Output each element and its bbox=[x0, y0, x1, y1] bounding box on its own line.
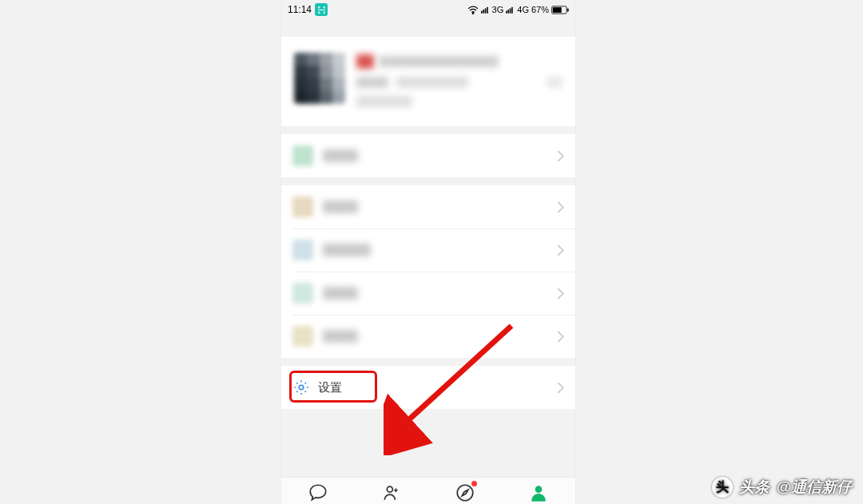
svg-point-13 bbox=[387, 486, 392, 492]
svg-rect-6 bbox=[508, 10, 510, 14]
svg-rect-1 bbox=[481, 11, 483, 14]
signal-4g-icon bbox=[506, 6, 515, 14]
status-bar: 11:14 3G 4G 67% bbox=[281, 0, 575, 19]
menu-group-1 bbox=[281, 134, 575, 177]
settings-row[interactable]: 设置 bbox=[281, 366, 575, 409]
profile-info bbox=[356, 53, 563, 107]
svg-rect-8 bbox=[511, 7, 513, 14]
svg-rect-2 bbox=[483, 10, 484, 14]
list-item[interactable] bbox=[281, 228, 575, 272]
list-item[interactable] bbox=[281, 185, 575, 228]
tab-chat[interactable] bbox=[307, 482, 329, 504]
tab-me[interactable] bbox=[527, 482, 550, 504]
wifi-icon bbox=[467, 6, 479, 14]
watermark-handle: @通信新仔 bbox=[776, 477, 852, 498]
svg-rect-11 bbox=[567, 8, 569, 11]
profile-card[interactable] bbox=[281, 37, 575, 126]
chevron-right-icon bbox=[557, 244, 564, 256]
battery-icon bbox=[551, 6, 569, 14]
list-item-label bbox=[323, 244, 371, 256]
svg-rect-4 bbox=[487, 7, 488, 14]
status-time: 11:14 bbox=[288, 4, 312, 15]
svg-rect-3 bbox=[484, 8, 486, 13]
gear-icon bbox=[292, 379, 310, 396]
menu-group-2 bbox=[281, 185, 575, 358]
settings-label: 设置 bbox=[318, 380, 342, 395]
phone-frame: 11:14 3G 4G 67% bbox=[281, 0, 575, 504]
bottom-tabbar bbox=[281, 477, 575, 504]
svg-rect-5 bbox=[506, 11, 507, 14]
avatar bbox=[294, 53, 345, 104]
watermark: 头 头条 @通信新仔 bbox=[712, 477, 852, 498]
list-item-label bbox=[323, 287, 358, 300]
chevron-right-icon bbox=[557, 150, 564, 162]
tab-discover[interactable] bbox=[454, 482, 476, 504]
notification-dot bbox=[471, 481, 477, 486]
list-item[interactable] bbox=[281, 315, 575, 358]
scan-icon bbox=[315, 3, 328, 16]
list-item-label bbox=[323, 149, 358, 162]
watermark-prefix: 头条 bbox=[739, 477, 770, 498]
watermark-logo: 头 bbox=[712, 477, 733, 498]
status-battery-pct: 67% bbox=[531, 5, 549, 14]
svg-rect-10 bbox=[553, 7, 562, 13]
chevron-right-icon bbox=[557, 288, 564, 300]
svg-point-12 bbox=[299, 385, 304, 390]
list-item-label bbox=[323, 330, 358, 343]
signal-3g-icon bbox=[481, 6, 490, 14]
menu-group-settings: 设置 bbox=[281, 366, 575, 409]
chevron-right-icon bbox=[557, 331, 564, 343]
list-item-label bbox=[323, 200, 358, 213]
list-item[interactable] bbox=[281, 272, 575, 315]
list-item[interactable] bbox=[281, 134, 575, 177]
tab-contacts[interactable] bbox=[380, 482, 403, 504]
status-net2: 4G bbox=[517, 5, 529, 14]
svg-point-14 bbox=[457, 485, 473, 501]
svg-rect-7 bbox=[510, 8, 511, 13]
chevron-right-icon bbox=[557, 201, 564, 213]
svg-point-15 bbox=[535, 486, 543, 493]
status-net1: 3G bbox=[492, 5, 504, 14]
svg-point-0 bbox=[472, 12, 474, 14]
chevron-right-icon bbox=[557, 382, 564, 394]
